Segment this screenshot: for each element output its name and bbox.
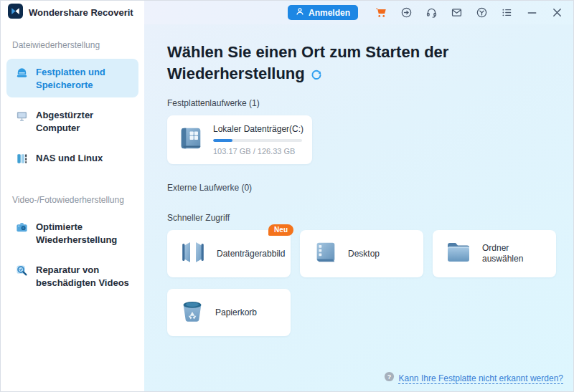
disk-not-detected-link[interactable]: Kann Ihre Festplatte nicht erkannt werde… <box>399 373 563 383</box>
sidebar-spacer <box>1 176 144 195</box>
external-drives-label: Externe Laufwerke (0) <box>167 183 550 193</box>
user-icon <box>296 7 304 18</box>
page-title-text: Wählen Sie einen Ort zum Starten der Wie… <box>167 43 448 82</box>
refresh-icon[interactable] <box>311 64 322 86</box>
sidebar-item-video-repair[interactable]: Reparatur von beschädigten Videos <box>6 257 138 295</box>
quick-access-label-text: Papierkorb <box>215 307 257 319</box>
sidebar-item-label: Abgestürzter Computer <box>36 108 131 134</box>
quick-access-select-folder[interactable]: Ordner auswählen <box>433 230 556 277</box>
drive-usage-bar <box>213 139 302 142</box>
titlebar-right: Anmelden <box>144 1 573 24</box>
app-title: Wondershare Recoverit <box>29 7 133 18</box>
cart-icon[interactable] <box>375 6 387 19</box>
drive-name: Lokaler Datenträger(C:) <box>213 124 302 134</box>
footer-help: ? Kann Ihre Festplatte nicht erkannt wer… <box>384 371 563 385</box>
mail-icon[interactable] <box>450 6 463 19</box>
new-badge: Neu <box>268 224 293 236</box>
sidebar-item-label: Optimierte Wiederherstellung <box>36 220 131 246</box>
sidebar-item-enhanced-recovery[interactable]: Optimierte Wiederherstellung <box>6 214 138 252</box>
sidebar: Dateiwiederherstellung Festplatten und S… <box>1 24 144 391</box>
quick-access-disk-image[interactable]: Neu <box>167 230 291 277</box>
titlebar: Wondershare Recoverit Anmelden <box>1 1 573 24</box>
sidebar-item-nas-linux[interactable]: NAS und Linux <box>6 145 138 172</box>
nas-server-icon <box>14 151 29 166</box>
sidebar-item-label: Reparatur von beschädigten Videos <box>36 263 131 289</box>
question-icon[interactable]: ? <box>384 371 395 385</box>
local-disk-card[interactable]: Lokaler Datenträger(C:) 103.17 GB / 126.… <box>167 115 312 164</box>
hdd-section-label: Festplattenlaufwerke (1) <box>167 98 550 108</box>
page-title: Wählen Sie einen Ort zum Starten der Wie… <box>167 42 483 85</box>
quick-access-label-text: Ordner auswählen <box>482 243 547 265</box>
desktop-icon <box>311 239 339 269</box>
disk-image-icon <box>179 238 207 269</box>
titlebar-left: Wondershare Recoverit <box>1 1 144 24</box>
svg-text:?: ? <box>387 373 390 381</box>
sidebar-item-label: NAS und Linux <box>36 151 103 165</box>
sidebar-item-label: Festplatten und Speicherorte <box>36 65 131 91</box>
menu-list-icon[interactable] <box>500 6 513 19</box>
camera-icon <box>14 220 29 234</box>
settings-icon[interactable] <box>475 6 488 19</box>
quick-access-recycle-bin[interactable]: Papierkorb <box>167 289 291 336</box>
quick-access-label-text: Desktop <box>348 249 380 260</box>
login-arrow-icon[interactable] <box>400 6 413 19</box>
section-label-video-photo-recovery: Video-/Fotowiederherstellung <box>1 195 144 205</box>
quick-access-desktop[interactable]: Desktop <box>300 230 423 277</box>
hard-drive-icon <box>14 65 29 80</box>
main-content: Wählen Sie einen Ort zum Starten der Wie… <box>144 24 573 391</box>
section-label-file-recovery: Dateiwiederherstellung <box>1 40 144 50</box>
sidebar-item-hard-drives[interactable]: Festplatten und Speicherorte <box>6 59 138 97</box>
video-repair-icon <box>14 263 29 277</box>
quick-access-label: Schneller Zugriff <box>167 213 550 223</box>
minimize-icon[interactable] <box>525 6 538 19</box>
close-icon[interactable] <box>550 6 563 19</box>
sidebar-item-crashed-computer[interactable]: Abgestürzter Computer <box>6 102 138 140</box>
drive-capacity: 103.17 GB / 126.33 GB <box>213 147 302 156</box>
quick-access-grid: Neu <box>167 230 550 336</box>
crashed-computer-icon <box>14 108 29 123</box>
drive-info: Lokaler Datenträger(C:) 103.17 GB / 126.… <box>213 124 302 156</box>
folder-icon <box>444 238 473 269</box>
quick-access-label-text: Datenträgerabbild <box>217 249 285 260</box>
recycle-bin-icon <box>179 297 206 328</box>
signin-button[interactable]: Anmelden <box>288 5 358 20</box>
windows-disk-icon <box>177 125 204 155</box>
drive-usage-fill <box>213 139 232 142</box>
signin-label: Anmelden <box>309 8 350 18</box>
app-body: Dateiwiederherstellung Festplatten und S… <box>1 24 573 391</box>
headset-icon[interactable] <box>425 6 438 19</box>
app-window: Wondershare Recoverit Anmelden <box>0 0 574 392</box>
app-logo-icon <box>8 4 23 21</box>
